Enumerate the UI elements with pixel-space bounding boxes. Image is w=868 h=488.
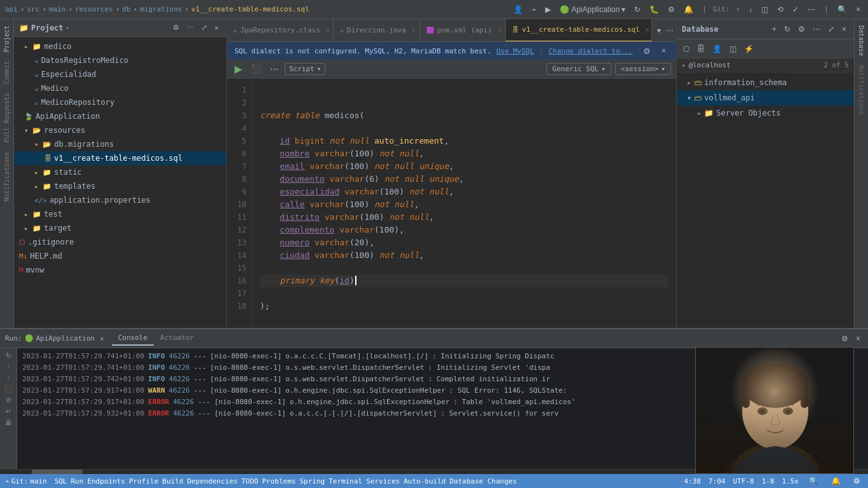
list-item[interactable]: ☕ Especialidad bbox=[14, 67, 226, 81]
status-sql[interactable]: SQL bbox=[55, 477, 67, 485]
activity-commit[interactable]: Commit bbox=[2, 57, 11, 88]
db-tree-item[interactable]: ▸ 📁 Server Objects bbox=[677, 105, 854, 121]
stop-button[interactable]: ⬛ bbox=[248, 63, 264, 75]
more-actions-button[interactable]: ⋯ bbox=[268, 63, 281, 75]
list-item[interactable]: ▸ 📁 medico bbox=[14, 39, 226, 53]
vcs-commit-icon[interactable]: ✓ bbox=[790, 4, 801, 15]
tab-pomxml[interactable]: 🟪 pom.xml (api) × bbox=[420, 19, 506, 42]
db-settings-icon[interactable]: ⚙ bbox=[796, 24, 808, 35]
git-pull-icon[interactable]: ↓ bbox=[746, 4, 755, 15]
list-item[interactable]: ▸ 📁 target bbox=[14, 221, 226, 235]
db-filter-icon[interactable]: ⬡ bbox=[681, 43, 692, 55]
search-icon[interactable]: 🔍 bbox=[835, 4, 850, 15]
vcs-menu-icon[interactable]: ⋯ bbox=[805, 4, 818, 15]
panel-settings-icon[interactable]: ⚙ bbox=[170, 22, 182, 33]
breadcrumb-db[interactable]: db bbox=[122, 5, 130, 13]
activity-notifications[interactable]: Notifications bbox=[2, 148, 11, 205]
session-dropdown[interactable]: <session> ▾ bbox=[615, 63, 671, 75]
status-problems[interactable]: Problems bbox=[262, 477, 295, 485]
app-config-dropdown[interactable]: 🟢 ApiApplication ▾ bbox=[557, 4, 628, 15]
tab-direccion[interactable]: ☕ Direccion.java × bbox=[334, 19, 420, 42]
tab-sql-active[interactable]: 🗄 v1__create-table-medicos.sql × bbox=[506, 19, 652, 42]
close-tab-icon[interactable]: × bbox=[498, 27, 501, 34]
list-item[interactable]: ⬡ .gitignore bbox=[14, 235, 226, 249]
db-refresh-icon[interactable]: ↻ bbox=[782, 24, 793, 35]
panel-expand-icon[interactable]: ⤢ bbox=[199, 22, 210, 33]
settings-icon[interactable]: ⚙ bbox=[665, 4, 677, 15]
tab-jparepository[interactable]: ☕ JpaRepository.class × bbox=[227, 19, 334, 42]
status-services[interactable]: Services bbox=[366, 477, 400, 485]
close-tab-icon[interactable]: × bbox=[326, 27, 330, 34]
list-item[interactable]: M mvnw bbox=[14, 263, 226, 277]
stop-log-icon[interactable]: ⬛ bbox=[3, 384, 14, 393]
notification-close-icon[interactable]: × bbox=[659, 45, 668, 57]
panel-close-icon[interactable]: × bbox=[212, 22, 221, 33]
tabs-more-icon[interactable]: ⋯ bbox=[663, 25, 676, 36]
close-icon[interactable]: × bbox=[853, 4, 863, 15]
status-profile[interactable]: Profile bbox=[129, 477, 158, 485]
db-view-icon[interactable]: ◫ bbox=[727, 43, 739, 55]
filter-icon[interactable]: ⊘ bbox=[3, 395, 14, 405]
breadcrumb-resources[interactable]: resources bbox=[75, 5, 113, 13]
use-mysql-action[interactable]: Use MySQL bbox=[496, 47, 534, 55]
breadcrumb-file[interactable]: v1__create-table-medicos.sql bbox=[191, 5, 309, 13]
git-icon[interactable]: ⌁ bbox=[529, 4, 539, 15]
list-item[interactable]: </> application.properties bbox=[14, 193, 226, 207]
list-item[interactable]: ▾ 📂 db.migrations bbox=[14, 137, 226, 151]
db-user-icon[interactable]: 👤 bbox=[710, 43, 724, 55]
close-run-icon[interactable]: × bbox=[97, 334, 106, 344]
status-dependencies[interactable]: Dependencies bbox=[187, 477, 237, 485]
soft-wrap-icon[interactable]: ↵ bbox=[3, 407, 14, 416]
status-run[interactable]: Run bbox=[71, 477, 84, 485]
panel-settings-icon[interactable]: ⚙ bbox=[839, 333, 851, 344]
activity-project[interactable]: Project bbox=[2, 22, 11, 56]
debug-icon[interactable]: 🐛 bbox=[647, 4, 661, 15]
breadcrumb-migrations[interactable]: migrations bbox=[140, 5, 182, 13]
panel-close-icon[interactable]: × bbox=[853, 333, 863, 344]
git-history-icon[interactable]: ◫ bbox=[759, 4, 771, 15]
db-close-icon[interactable]: × bbox=[839, 24, 849, 35]
tabs-overflow-icon[interactable]: ▾ bbox=[654, 25, 663, 36]
git-push-icon[interactable]: ↑ bbox=[733, 4, 742, 15]
sidebar-database[interactable]: Database bbox=[857, 22, 866, 60]
status-auto-build[interactable]: Auto-build bbox=[403, 477, 445, 485]
db-tree-item[interactable]: ▸ 🗃 information_schema bbox=[677, 75, 854, 90]
db-add-icon[interactable]: + bbox=[770, 24, 779, 35]
vcs-update-icon[interactable]: ⟲ bbox=[775, 4, 786, 15]
close-tab-icon[interactable]: × bbox=[646, 26, 649, 33]
status-endpoints[interactable]: Endpoints bbox=[87, 477, 125, 485]
list-item[interactable]: ▾ 📂 resources bbox=[14, 123, 226, 137]
scroll-up-icon[interactable]: ↑ bbox=[3, 362, 14, 371]
run-button[interactable]: ▶ bbox=[232, 62, 245, 76]
list-item[interactable]: ▸ 📁 templates bbox=[14, 179, 226, 193]
generic-sql-dropdown[interactable]: Generic SQL ▾ bbox=[546, 63, 611, 75]
list-item[interactable]: ▸ 📁 static bbox=[14, 165, 226, 179]
restart-icon[interactable]: ↻ bbox=[3, 351, 14, 360]
zoom-out-icon[interactable]: 🔍 bbox=[806, 475, 821, 487]
tab-actuator[interactable]: Actuator bbox=[154, 331, 200, 346]
list-item[interactable]: ☕ Medico bbox=[14, 81, 226, 95]
list-item[interactable]: 🗄 v1__create-table-medicos.sql bbox=[14, 151, 226, 165]
db-expand-icon[interactable]: ⤢ bbox=[825, 24, 837, 35]
panel-gear-icon[interactable]: ⋯ bbox=[184, 22, 196, 33]
list-item[interactable]: ☕ DatosRegistroMedico bbox=[14, 53, 226, 67]
status-db-changes[interactable]: Database Changes bbox=[449, 477, 517, 485]
user-icon[interactable]: 👤 bbox=[511, 4, 526, 15]
status-settings-icon[interactable]: ⚙ bbox=[851, 475, 863, 487]
status-todo[interactable]: TODO bbox=[241, 477, 259, 485]
notification-settings-icon[interactable]: ⚙ bbox=[641, 45, 653, 57]
list-item[interactable]: 🍃 ApiApplication bbox=[14, 109, 226, 123]
status-build[interactable]: Build bbox=[162, 477, 183, 485]
list-item[interactable]: ☕ MedicoRepository bbox=[14, 95, 226, 109]
print-icon[interactable]: 🖶 bbox=[3, 418, 14, 427]
scroll-down-icon[interactable]: ↓ bbox=[3, 373, 14, 382]
breadcrumb-api[interactable]: api bbox=[5, 5, 18, 13]
activity-pull-requests[interactable]: Pull Requests bbox=[2, 89, 11, 146]
status-spring[interactable]: Spring bbox=[299, 477, 325, 485]
notifications-icon[interactable]: 🔔 bbox=[829, 475, 843, 487]
run-icon[interactable]: ▶ bbox=[543, 4, 553, 15]
status-terminal[interactable]: Terminal bbox=[329, 477, 362, 485]
tab-console[interactable]: Console bbox=[112, 331, 154, 346]
breadcrumb-src[interactable]: src bbox=[27, 5, 40, 13]
db-schema-icon[interactable]: 🗄 bbox=[695, 43, 707, 55]
